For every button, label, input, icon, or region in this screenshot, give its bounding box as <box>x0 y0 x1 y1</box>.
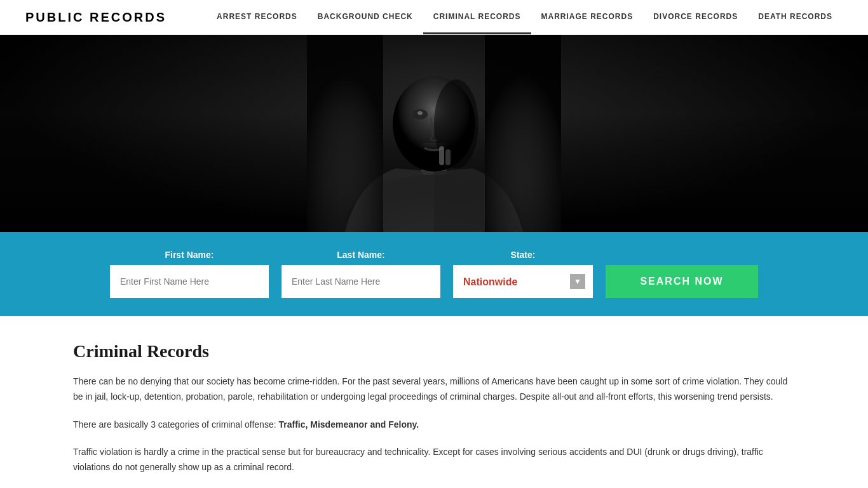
state-select-wrapper: NationwideAlabamaAlaskaArizonaArkansasCa… <box>453 265 593 298</box>
last-name-input[interactable] <box>281 265 440 298</box>
nav-arrest-records[interactable]: ARREST RECORDS <box>207 1 308 34</box>
site-header: PUBLIC RECORDS ARREST RECORDS BACKGROUND… <box>0 0 868 35</box>
main-content: Criminal Records There can be no denying… <box>0 316 868 488</box>
search-bar: First Name: Last Name: State: Nationwide… <box>0 232 868 316</box>
paragraph-1: There can be no denying that our society… <box>73 374 795 405</box>
svg-rect-9 <box>485 35 561 232</box>
first-name-input[interactable] <box>110 265 269 298</box>
last-name-field: Last Name: <box>281 250 440 298</box>
first-name-field: First Name: <box>110 250 269 298</box>
search-now-button[interactable]: SEARCH NOW <box>606 265 758 298</box>
nav-marriage-records[interactable]: MARRIAGE RECORDS <box>531 1 644 34</box>
hero-figure-svg <box>307 35 561 232</box>
page-title: Criminal Records <box>73 341 795 362</box>
bold-phrase: Traffic, Misdemeanor and Felony. <box>278 419 419 430</box>
main-nav: ARREST RECORDS BACKGROUND CHECK CRIMINAL… <box>207 1 843 34</box>
hero-image <box>0 35 868 232</box>
state-select[interactable]: NationwideAlabamaAlaskaArizonaArkansasCa… <box>453 265 593 298</box>
svg-rect-6 <box>439 146 444 165</box>
nav-criminal-records[interactable]: CRIMINAL RECORDS <box>423 1 531 34</box>
state-field: State: NationwideAlabamaAlaskaArizonaArk… <box>453 250 593 298</box>
nav-divorce-records[interactable]: DIVORCE RECORDS <box>643 1 748 34</box>
paragraph-3: Traffic violation is hardly a crime in t… <box>73 445 795 475</box>
svg-rect-8 <box>307 35 383 232</box>
svg-rect-7 <box>445 149 451 165</box>
site-logo[interactable]: PUBLIC RECORDS <box>25 10 166 25</box>
svg-point-5 <box>417 111 423 115</box>
nav-background-check[interactable]: BACKGROUND CHECK <box>308 1 423 34</box>
first-name-label: First Name: <box>110 250 269 260</box>
state-label: State: <box>453 250 593 260</box>
last-name-label: Last Name: <box>281 250 440 260</box>
nav-death-records[interactable]: DEATH RECORDS <box>748 1 843 34</box>
paragraph-2: There are basically 3 categories of crim… <box>73 417 795 433</box>
